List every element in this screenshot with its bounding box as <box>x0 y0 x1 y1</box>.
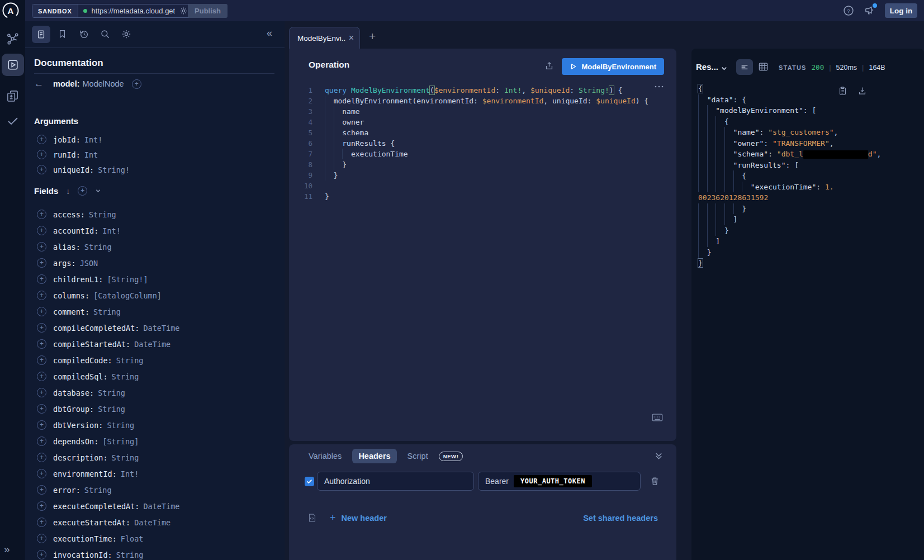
documentation-tab-icon[interactable] <box>32 26 50 43</box>
breadcrumb-type-link[interactable]: ModelNode <box>83 79 124 88</box>
field-type-link[interactable]: DateTime <box>134 518 170 527</box>
field-type-link[interactable]: String <box>98 388 125 397</box>
field-type-link[interactable]: Int! <box>121 469 139 478</box>
explorer-nav-item[interactable] <box>2 54 24 76</box>
field-name[interactable]: jobId: <box>53 135 80 144</box>
insert-field-button[interactable]: + <box>37 404 46 414</box>
code-line[interactable]: } <box>325 191 660 202</box>
field-type-link[interactable]: String <box>93 307 121 316</box>
keyboard-shortcuts-icon[interactable] <box>652 413 663 422</box>
json-line[interactable]: 0023620128631592 <box>698 192 921 203</box>
insert-field-button[interactable]: + <box>37 274 46 284</box>
insert-field-button[interactable]: + <box>37 518 46 527</box>
insert-field-button[interactable]: + <box>37 323 46 333</box>
field-type-link[interactable]: DateTime <box>134 340 170 349</box>
field-type-link[interactable]: String <box>116 550 144 559</box>
field-type-link[interactable]: String <box>107 421 134 430</box>
code-line[interactable]: modelByEnvironment(environmentId: $envir… <box>325 96 660 106</box>
field-name[interactable]: columns: <box>53 291 89 300</box>
field-row[interactable]: +executeStartedAt:DateTime <box>34 514 179 530</box>
tab-headers[interactable]: Headers <box>352 449 396 463</box>
response-json[interactable]: {"data": {"modelByEnvironment": [{"name"… <box>698 83 921 269</box>
operation-tab[interactable]: ModelByEnvi... × <box>289 27 360 49</box>
insert-field-button[interactable]: + <box>37 226 46 235</box>
field-type-link[interactable]: String! <box>98 165 130 174</box>
field-type-link[interactable]: String <box>84 243 112 251</box>
apollo-logo-icon[interactable]: A <box>2 2 20 20</box>
field-row[interactable]: +executionTime:Float <box>34 530 179 547</box>
insert-field-button[interactable]: + <box>37 388 46 397</box>
history-icon[interactable] <box>79 29 89 39</box>
header-value-input[interactable]: Bearer YOUR_AUTH_TOKEN <box>478 472 641 491</box>
field-name[interactable]: environmentId: <box>53 469 117 478</box>
schema-graph-icon[interactable] <box>6 32 19 45</box>
header-name-input[interactable]: Authorization <box>317 472 474 491</box>
insert-all-fields-button[interactable]: + <box>78 186 87 196</box>
settings-gear-icon[interactable] <box>121 29 131 39</box>
field-type-link[interactable]: DateTime <box>143 324 179 333</box>
insert-field-button[interactable]: + <box>37 550 46 559</box>
field-name[interactable]: dbtGroup: <box>53 405 94 414</box>
insert-field-button[interactable]: + <box>37 501 46 511</box>
argument-row[interactable]: +jobId:Int! <box>34 132 130 147</box>
insert-field-button[interactable]: + <box>37 150 46 159</box>
checks-icon[interactable] <box>6 114 20 127</box>
response-view-table-icon[interactable] <box>758 61 769 72</box>
insert-field-button[interactable]: + <box>37 242 46 251</box>
new-tab-button[interactable]: + <box>369 30 376 43</box>
insert-field-button[interactable]: + <box>37 307 46 316</box>
publish-button[interactable]: Publish <box>188 4 228 18</box>
tab-variables[interactable]: Variables <box>309 452 342 461</box>
header-enabled-checkbox[interactable] <box>305 477 314 486</box>
json-line[interactable]: { <box>698 83 921 94</box>
code-line[interactable]: query ModelByEnvironment($environmentId:… <box>325 85 660 96</box>
help-icon[interactable]: ? <box>843 5 854 16</box>
field-name[interactable]: compiledSql: <box>53 372 108 381</box>
field-row[interactable]: +childrenL1:[String!] <box>34 271 179 287</box>
field-name[interactable]: error: <box>53 486 80 495</box>
argument-row[interactable]: +runId:Int <box>34 147 130 162</box>
field-name[interactable]: alias: <box>53 243 80 251</box>
expand-rail-chevrons-icon[interactable]: » <box>4 543 10 556</box>
field-name[interactable]: accountId: <box>53 226 98 235</box>
field-name[interactable]: executeStartedAt: <box>53 518 130 527</box>
json-line[interactable]: ] <box>698 214 921 225</box>
preflight-script-icon[interactable] <box>307 512 317 523</box>
field-type-link[interactable]: [String] <box>102 437 139 446</box>
json-line[interactable]: "modelByEnvironment": [ <box>698 105 921 116</box>
response-dropdown-chevron-icon[interactable] <box>721 65 728 72</box>
field-name[interactable]: access: <box>53 210 85 219</box>
insert-field-button[interactable]: + <box>37 210 46 219</box>
close-tab-icon[interactable]: × <box>349 33 354 43</box>
field-row[interactable]: +executeCompletedAt:DateTime <box>34 498 179 514</box>
field-name[interactable]: executionTime: <box>53 534 117 543</box>
field-row[interactable]: +compiledCode:String <box>34 352 179 368</box>
field-row[interactable]: +compileStartedAt:DateTime <box>34 336 179 352</box>
field-row[interactable]: +database:String <box>34 385 179 401</box>
collapse-section-chevrons-icon[interactable] <box>655 452 663 460</box>
field-row[interactable]: +error:String <box>34 482 179 498</box>
back-arrow-icon[interactable]: ← <box>34 78 53 89</box>
field-name[interactable]: dbtVersion: <box>53 421 103 430</box>
json-line[interactable]: } <box>698 247 921 258</box>
json-line[interactable]: "owner": "TRANSFORMER", <box>698 138 921 149</box>
bookmark-icon[interactable] <box>58 29 67 39</box>
response-title[interactable]: Res... <box>696 62 718 72</box>
field-row[interactable]: +invocationId:String <box>34 547 179 560</box>
json-line[interactable]: "data": { <box>698 94 921 106</box>
field-row[interactable]: +compileCompletedAt:DateTime <box>34 320 179 336</box>
field-type-link[interactable]: String <box>89 210 116 219</box>
insert-field-button[interactable]: + <box>37 291 46 300</box>
insert-field-button[interactable]: + <box>37 258 46 268</box>
field-name[interactable]: args: <box>53 259 76 268</box>
field-name[interactable]: compiledCode: <box>53 356 112 365</box>
field-type-link[interactable]: JSON <box>80 259 98 268</box>
endpoint-settings-gear-icon[interactable] <box>179 7 188 15</box>
field-row[interactable]: +accountId:Int! <box>34 222 179 239</box>
code-line[interactable]: runResults { <box>325 138 660 149</box>
field-name[interactable]: executeCompletedAt: <box>53 502 139 511</box>
code-line[interactable]: name <box>325 106 660 117</box>
field-type-link[interactable]: DateTime <box>143 502 179 511</box>
insert-field-button[interactable]: + <box>37 372 46 381</box>
field-row[interactable]: +dependsOn:[String] <box>34 433 179 449</box>
